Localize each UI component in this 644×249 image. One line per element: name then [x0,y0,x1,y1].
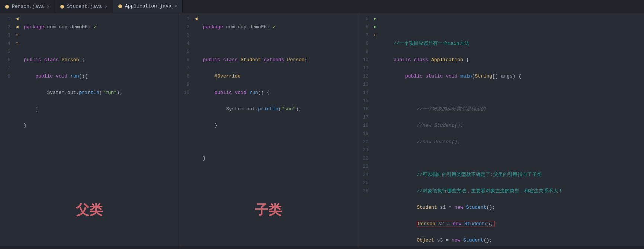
pane-application: 5 6 7 8 9 10 11 12 13 14 15 16 17 18 19 … [358,13,644,249]
tab-dot-person [5,5,9,9]
tab-bar: Person.java ✕ Student.java ✕ Application… [0,0,644,13]
tab-person[interactable]: Person.java ✕ [0,0,55,13]
scrollbar-student[interactable] [179,246,358,249]
line-numbers-person: 1 2 3 4 5 6 7 8 [0,13,13,246]
pane-student: 1 2 3 4 5 6 7 8 9 10 ◀ [179,13,358,249]
tab-close-student[interactable]: ✕ [105,4,108,9]
tab-close-person[interactable]: ✕ [47,4,49,9]
code-area-application[interactable]: 5 6 7 8 9 10 11 12 13 14 15 16 17 18 19 … [358,13,644,246]
editor-area: 1 2 3 4 5 6 7 8 ◀ ◀ ○ ○ package com.oop.… [0,13,644,249]
tab-application[interactable]: Application.java ✕ [113,0,183,13]
line-numbers-application: 5 6 7 8 9 10 11 12 13 14 15 16 17 18 19 … [358,13,372,246]
tab-student[interactable]: Student.java ✕ [55,0,113,13]
line-numbers-student: 1 2 3 4 5 6 7 8 9 10 [179,13,192,246]
code-text-application: //一个项目应该只有一个main方法 public class Applicat… [379,13,644,246]
watermark-person: 父类 [76,201,103,219]
tab-label-person: Person.java [12,4,44,9]
tab-dot-application [118,4,122,8]
watermark-student: 子类 [255,201,282,219]
tab-label-student: Student.java [67,4,102,9]
gutter-application: ▶ ▶ ○ [372,13,379,246]
gutter-student: ◀ [192,13,200,246]
tab-dot-student [60,5,64,9]
tab-close-application[interactable]: ✕ [174,3,177,9]
scrollbar-application[interactable] [358,246,644,249]
gutter-person: ◀ ◀ ○ ○ [13,13,21,246]
scrollbar-person[interactable] [0,246,179,249]
tab-label-application: Application.java [125,3,172,9]
pane-person: 1 2 3 4 5 6 7 8 ◀ ◀ ○ ○ package com.oop.… [0,13,179,249]
